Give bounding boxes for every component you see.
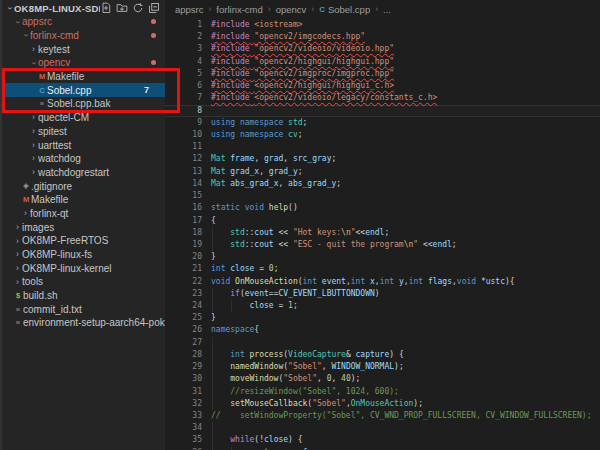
error-squiggle: #include <opencv2/videoio/legacy/constan… xyxy=(211,93,437,102)
code-line[interactable]: 26namespace{ xyxy=(165,324,600,336)
error-squiggle: #include <opencv2/highgui/highgui_c.h> xyxy=(211,81,394,90)
code-line[interactable]: 20} xyxy=(165,251,600,263)
code-line[interactable]: 16static void help() xyxy=(165,202,600,214)
code-line[interactable]: 30 moveWindow("Sobel", 0, 40); xyxy=(165,373,600,385)
tree-item-label: spitest xyxy=(38,126,165,137)
code-line-content: Mat abs_grad_x, abs_grad_y; xyxy=(202,178,600,190)
code-editor[interactable]: appsrc›forlinx-cmd›opencv›CSobel.cpp›...… xyxy=(165,0,600,450)
tree-folder-keytest[interactable]: ›keytest xyxy=(2,42,165,56)
code-line[interactable]: 1#include <iostream> xyxy=(165,19,600,31)
tree-item-label: environment-setup-aarch64-poky-lin... xyxy=(23,317,165,328)
breadcrumb-item[interactable]: ... xyxy=(383,4,391,15)
tree-file-makefile[interactable]: MMakefile xyxy=(2,193,165,207)
line-number: 33 xyxy=(165,410,202,422)
code-line[interactable]: 15 xyxy=(165,190,600,202)
line-number: 14 xyxy=(165,178,202,190)
makefile-file-icon: M xyxy=(21,196,31,204)
code-line[interactable]: 18 std::cout << "Hot keys:\n"<<endl; xyxy=(165,227,600,239)
tree-folder-forlinx-cmd[interactable]: ›forlinx-cmd xyxy=(2,29,165,43)
tree-file-commit-id-txt[interactable]: ≡commit_id.txt xyxy=(2,302,165,316)
code-area[interactable]: 1#include <iostream>2#include "opencv2/i… xyxy=(165,19,600,450)
tree-folder-watchdogrestart[interactable]: ›watchdogrestart xyxy=(2,166,165,180)
tree-file-sobel-cpp-bak[interactable]: ≡Sobel.cpp.bak xyxy=(2,97,165,111)
tree-folder-ok8mp-linux-fs[interactable]: ›OK8MP-linux-fs xyxy=(2,248,165,262)
code-line[interactable]: 29 namedWindow("Sobel", WINDOW_NORMAL); xyxy=(165,361,600,373)
code-line[interactable]: 2#include "opencv2/imgcodecs.hpp" xyxy=(165,31,600,43)
code-line[interactable]: 36 capture >> frame; xyxy=(165,447,600,450)
chevron-right-icon: › xyxy=(29,113,38,122)
code-line[interactable]: 14Mat abs_grad_x, abs_grad_y; xyxy=(165,178,600,190)
code-line-content: std::cout << "ESC - quit the program\n" … xyxy=(202,239,600,251)
makefile-file-icon: M xyxy=(37,73,47,81)
chevron-down-icon: › xyxy=(13,17,22,26)
tree-folder-appsrc[interactable]: ›appsrc xyxy=(2,15,165,29)
cpp-file-icon: C xyxy=(37,87,47,95)
explorer-root-row[interactable]: › OK8MP-LINUX-SDK xyxy=(2,0,165,15)
code-line[interactable]: 31 //resizeWindow("Sobel", 1024, 600); xyxy=(165,386,600,398)
tree-item-label: watchdogrestart xyxy=(38,167,165,178)
tree-file-environment-setup-aarch64-poky-lin-[interactable]: ≡environment-setup-aarch64-poky-lin... xyxy=(2,316,165,330)
refresh-icon[interactable] xyxy=(132,2,144,14)
code-line[interactable]: 6#include <opencv2/highgui/highgui_c.h> xyxy=(165,80,600,92)
tree-folder-images[interactable]: ›images xyxy=(2,220,165,234)
code-line[interactable]: 13Mat grad_x, grad_y; xyxy=(165,166,600,178)
breadcrumb-item[interactable]: opencv xyxy=(276,4,307,15)
code-line[interactable]: 32 setMouseCallback("Sobel",OnMouseActio… xyxy=(165,398,600,410)
tree-file-sobel-cpp[interactable]: CSobel.cpp7 xyxy=(2,83,165,97)
tree-file--gitignore[interactable]: ◈.gitignore xyxy=(2,179,165,193)
chevron-down-icon: › xyxy=(5,4,14,13)
tree-folder-opencv[interactable]: ›opencv xyxy=(2,56,165,70)
tree-folder-ok8mp-linux-kernel[interactable]: ›OK8MP-linux-kernel xyxy=(2,261,165,275)
tree-item-label: OK8MP-linux-fs xyxy=(22,249,165,260)
breadcrumb-item[interactable]: CSobel.cpp xyxy=(319,4,370,15)
tree-folder-forlinx-qt[interactable]: ›forlinx-qt xyxy=(2,207,165,221)
code-line[interactable]: 27 xyxy=(165,337,600,349)
code-line[interactable]: 23 if(event==CV_EVENT_LBUTTONDOWN) xyxy=(165,288,600,300)
chevron-down-icon: › xyxy=(21,31,30,40)
tree-folder-tools[interactable]: ›tools xyxy=(2,275,165,289)
new-folder-icon[interactable] xyxy=(116,2,128,14)
code-line[interactable]: 5#include "opencv2/imgproc/imgproc.hpp" xyxy=(165,68,600,80)
code-line[interactable]: 3#include "opencv2/videoio/videoio.hpp" xyxy=(165,43,600,55)
code-line[interactable]: 34 xyxy=(165,422,600,434)
code-line[interactable]: 11 xyxy=(165,141,600,153)
tree-folder-uarttest[interactable]: ›uarttest xyxy=(2,138,165,152)
breadcrumb-item[interactable]: forlinx-cmd xyxy=(216,4,262,15)
tree-folder-ok8mp-freertos[interactable]: ›OK8MP-FreeRTOS xyxy=(2,234,165,248)
code-line[interactable]: 22void OnMouseAction(int event,int x,int… xyxy=(165,276,600,288)
line-number: 9 xyxy=(165,117,202,129)
code-line[interactable]: 28 int process(VideoCapture& capture) { xyxy=(165,349,600,361)
line-number: 16 xyxy=(165,202,202,214)
new-file-icon[interactable] xyxy=(100,2,112,14)
code-line-content: close = 1; xyxy=(202,300,600,312)
code-line[interactable]: 25} xyxy=(165,312,600,324)
tree-folder-spitest[interactable]: ›spitest xyxy=(2,125,165,139)
error-squiggle: #include "opencv2/imgproc/imgproc.hpp" xyxy=(211,69,394,78)
breadcrumb-separator: › xyxy=(209,4,212,14)
breadcrumb-item[interactable]: appsrc xyxy=(175,4,204,15)
tree-file-build-sh[interactable]: $build.sh xyxy=(2,289,165,303)
code-line-content: //resizeWindow("Sobel", 1024, 600); xyxy=(202,386,600,398)
tree-item-label: OK8MP-linux-kernel xyxy=(22,263,165,274)
code-line[interactable]: 33// setWindowProperty("Sobel", CV_WND_P… xyxy=(165,410,600,422)
collapse-all-icon[interactable] xyxy=(148,2,160,14)
code-line[interactable]: 35 while(!close) { xyxy=(165,434,600,446)
code-line[interactable]: 10using namespace cv; xyxy=(165,129,600,141)
code-line[interactable]: 24 close = 1; xyxy=(165,300,600,312)
tree-folder-watchdog[interactable]: ›watchdog xyxy=(2,152,165,166)
tree-folder-quectel-cm[interactable]: ›quectel-CM xyxy=(2,111,165,125)
code-line-content xyxy=(202,105,600,117)
code-line[interactable]: 12Mat frame, grad, src_gray; xyxy=(165,153,600,165)
code-line[interactable]: 7#include <opencv2/videoio/legacy/consta… xyxy=(165,92,600,104)
code-line[interactable]: 9using namespace std; xyxy=(165,117,600,129)
problems-count-badge: 7 xyxy=(144,85,149,95)
code-line[interactable]: 8 xyxy=(165,105,600,117)
code-line[interactable]: 19 std::cout << "ESC - quit the program\… xyxy=(165,239,600,251)
breadcrumb-label: ... xyxy=(383,4,391,15)
tree-file-makefile[interactable]: MMakefile xyxy=(2,70,165,84)
code-line[interactable]: 21int close = 0; xyxy=(165,263,600,275)
chevron-right-icon: › xyxy=(29,141,38,150)
code-line[interactable]: 4#include "opencv2/highgui/highgui.hpp" xyxy=(165,56,600,68)
code-line[interactable]: 17{ xyxy=(165,215,600,227)
code-line-content: } xyxy=(202,312,600,324)
